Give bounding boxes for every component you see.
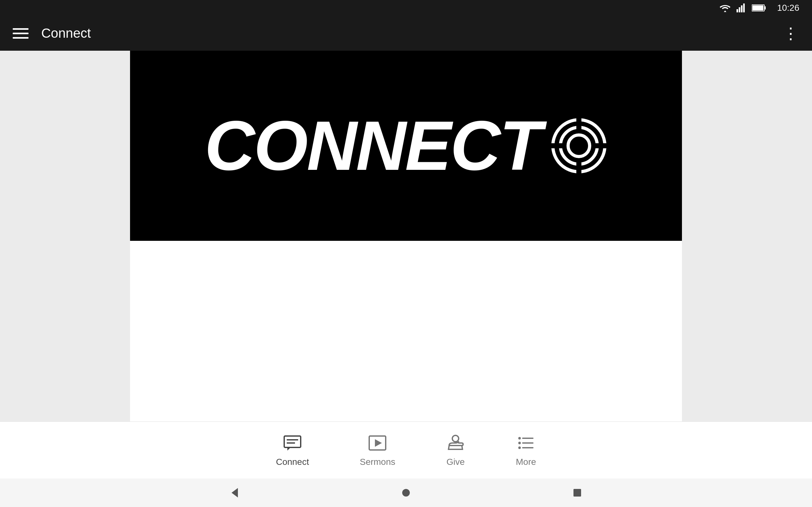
svg-rect-16 — [558, 143, 562, 148]
hero-banner: CONNECT — [130, 51, 682, 241]
give-icon — [446, 434, 465, 452]
hero-logo — [550, 117, 607, 174]
status-time: 10:26 — [777, 3, 799, 13]
nav-item-sermons[interactable]: Sermons — [334, 427, 420, 473]
svg-rect-0 — [737, 9, 738, 12]
svg-point-28 — [518, 442, 521, 444]
app-bar-title: Connect — [41, 26, 91, 41]
svg-rect-14 — [576, 125, 581, 129]
status-bar: 10:26 — [0, 0, 812, 16]
nav-label-more: More — [516, 457, 536, 467]
svg-marker-22 — [375, 439, 382, 447]
nav-label-give: Give — [446, 457, 465, 467]
battery-icon — [752, 4, 766, 12]
svg-rect-10 — [576, 117, 581, 124]
svg-point-27 — [518, 437, 521, 440]
nav-item-more[interactable]: More — [490, 427, 561, 473]
svg-rect-15 — [576, 162, 581, 167]
more-icon — [516, 434, 536, 452]
wifi-icon — [719, 3, 731, 12]
svg-rect-13 — [601, 143, 607, 148]
hero-title: CONNECT — [205, 106, 607, 186]
svg-rect-32 — [573, 489, 581, 497]
connect-logo-svg — [550, 117, 607, 174]
nav-item-connect[interactable]: Connect — [251, 427, 334, 473]
svg-rect-17 — [595, 143, 600, 148]
home-button[interactable] — [400, 487, 412, 499]
svg-point-8 — [560, 127, 597, 164]
svg-rect-6 — [752, 5, 763, 10]
svg-rect-5 — [764, 6, 766, 9]
nav-label-connect: Connect — [276, 457, 309, 467]
system-nav — [0, 478, 812, 507]
back-button[interactable] — [229, 487, 241, 499]
svg-point-29 — [518, 447, 521, 449]
status-icons: 10:26 — [719, 3, 799, 13]
bottom-nav: Connect Sermons — [0, 421, 812, 478]
signal-icon — [737, 3, 746, 12]
hero-text: CONNECT — [205, 106, 541, 186]
svg-marker-30 — [232, 488, 238, 498]
svg-rect-2 — [741, 5, 743, 12]
svg-rect-11 — [576, 168, 581, 174]
svg-rect-12 — [550, 143, 557, 148]
app-bar: Connect ⋮ — [0, 16, 812, 51]
more-vert-button[interactable]: ⋮ — [783, 25, 799, 41]
recents-button[interactable] — [571, 487, 583, 499]
hamburger-menu-button[interactable] — [13, 28, 29, 39]
nav-label-sermons: Sermons — [360, 457, 395, 467]
sermons-icon — [368, 434, 387, 452]
svg-rect-3 — [743, 3, 745, 12]
content-area — [130, 241, 682, 450]
svg-point-31 — [402, 489, 410, 497]
main-content: CONNECT — [0, 51, 812, 450]
nav-item-give[interactable]: Give — [420, 427, 490, 473]
connect-icon — [283, 434, 302, 452]
svg-rect-18 — [284, 436, 301, 447]
svg-point-9 — [568, 135, 590, 157]
svg-point-23 — [452, 435, 459, 442]
bottom-nav-items: Connect Sermons — [251, 427, 561, 473]
app-bar-left: Connect — [13, 26, 91, 41]
svg-rect-1 — [739, 7, 740, 12]
